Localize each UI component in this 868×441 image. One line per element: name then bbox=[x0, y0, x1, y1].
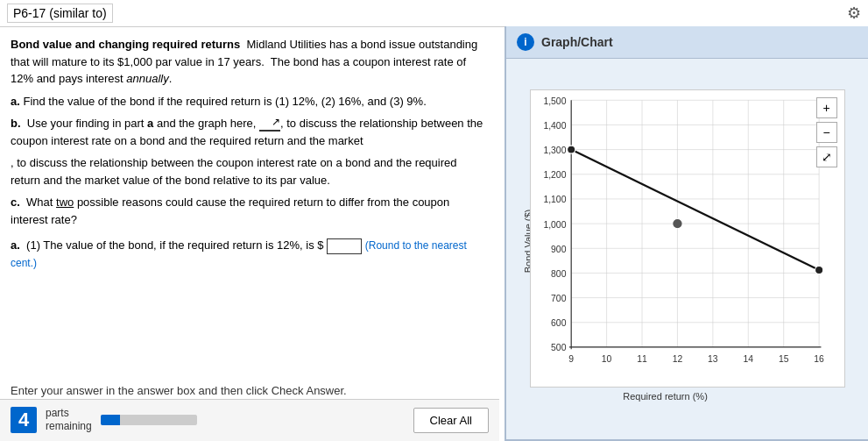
top-bar: P6-17 (similar to) ⚙ bbox=[0, 0, 868, 27]
answer-input-box[interactable] bbox=[327, 238, 362, 254]
svg-point-41 bbox=[567, 146, 575, 153]
x-axis-label: Required return (%) bbox=[530, 391, 801, 402]
parts-number-badge: 4 bbox=[11, 407, 37, 433]
parts-label-line2: remaining bbox=[46, 420, 92, 434]
page-title: P6-17 (similar to) bbox=[7, 4, 113, 23]
svg-text:1,300: 1,300 bbox=[543, 146, 566, 155]
svg-point-42 bbox=[672, 218, 682, 228]
svg-text:1,500: 1,500 bbox=[543, 96, 566, 106]
chart-container: + − ⤢ bbox=[530, 89, 845, 388]
svg-text:9: 9 bbox=[568, 354, 574, 364]
graph-panel: i Graph/Chart Bond Value ($) + − ⤢ bbox=[505, 26, 868, 441]
svg-text:500: 500 bbox=[551, 344, 567, 353]
graph-title: Graph/Chart bbox=[541, 35, 613, 49]
problem-heading: Bond value and changing required returns bbox=[11, 38, 240, 51]
part-b-suffix: , to discuss the relationship between th… bbox=[11, 156, 457, 187]
svg-text:1,400: 1,400 bbox=[543, 121, 566, 131]
part-b-text: Use your finding in part a and the graph… bbox=[11, 117, 483, 147]
parts-label-line1: parts bbox=[46, 407, 92, 421]
answer-part-label: a. bbox=[11, 238, 20, 252]
progress-bar-fill bbox=[101, 415, 120, 425]
chart-svg: 1,500 1,400 1,300 1,200 1,100 1,000 900 … bbox=[531, 90, 844, 387]
main-content: Bond value and changing required returns… bbox=[0, 27, 499, 285]
svg-text:14: 14 bbox=[743, 354, 753, 364]
gear-icon[interactable]: ⚙ bbox=[847, 4, 861, 23]
part-a-label: a. bbox=[11, 95, 20, 108]
graph-body: Bond Value ($) + − ⤢ bbox=[506, 59, 868, 433]
svg-text:800: 800 bbox=[551, 269, 567, 279]
part-b-label: b. bbox=[11, 117, 21, 130]
svg-text:600: 600 bbox=[551, 318, 567, 328]
parts-remaining-text: parts remaining bbox=[46, 407, 92, 434]
enter-answer-instruction: Enter your answer in the answer box and … bbox=[11, 384, 347, 397]
svg-text:1,200: 1,200 bbox=[543, 170, 566, 180]
part-a-text: Find the value of the bond if the requir… bbox=[23, 95, 426, 108]
part-c-text: What two possible reasons could cause th… bbox=[11, 196, 449, 226]
expand-button[interactable]: ⤢ bbox=[816, 146, 837, 167]
svg-text:900: 900 bbox=[551, 245, 567, 254]
info-icon: i bbox=[517, 33, 534, 51]
clear-all-button[interactable]: Clear All bbox=[413, 408, 489, 433]
part-c-label: c. bbox=[11, 196, 20, 209]
svg-text:11: 11 bbox=[637, 354, 647, 364]
zoom-buttons: + − ⤢ bbox=[816, 97, 837, 167]
zoom-out-button[interactable]: − bbox=[816, 122, 837, 143]
svg-point-43 bbox=[815, 267, 822, 274]
svg-text:1,000: 1,000 bbox=[543, 220, 566, 230]
svg-text:13: 13 bbox=[708, 354, 718, 364]
answer-line-text: (1) The value of the bond, if the requir… bbox=[23, 238, 323, 252]
progress-bar bbox=[101, 415, 197, 425]
svg-text:15: 15 bbox=[778, 354, 788, 364]
svg-line-40 bbox=[571, 150, 819, 270]
bottom-bar: 4 parts remaining Clear All bbox=[0, 399, 499, 441]
svg-text:1,100: 1,100 bbox=[543, 196, 566, 205]
svg-text:700: 700 bbox=[551, 294, 567, 303]
svg-text:16: 16 bbox=[814, 354, 824, 364]
svg-text:10: 10 bbox=[601, 354, 611, 364]
graph-header: i Graph/Chart bbox=[506, 26, 868, 59]
svg-text:12: 12 bbox=[672, 354, 682, 364]
zoom-in-button[interactable]: + bbox=[816, 97, 837, 118]
